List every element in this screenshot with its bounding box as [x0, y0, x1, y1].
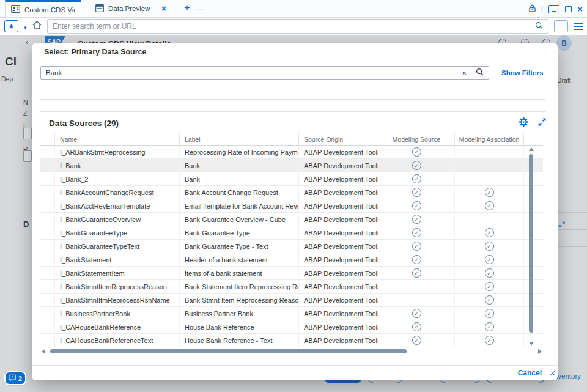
- checked-icon: ✓: [485, 322, 494, 331]
- browser-navbar: ★ ‹: [0, 18, 587, 35]
- scroll-left-arrow[interactable]: [42, 349, 45, 354]
- fullscreen-expand-icon[interactable]: [538, 117, 546, 128]
- scroll-right-arrow[interactable]: [538, 349, 542, 354]
- cell-name: I_CAHouseBankReferenceText: [55, 334, 180, 347]
- table-toolbar: Data Sources (29): [40, 115, 546, 131]
- checked-icon: ✓: [412, 147, 421, 157]
- table-row[interactable]: I_BankAccountChangeRequestBank Account C…: [40, 186, 543, 199]
- vertical-scroll-thumb[interactable]: [529, 154, 533, 333]
- cell-name: I_BankGuaranteeType: [55, 226, 180, 239]
- cell-source-origin: ABAP Development Tools: [299, 267, 378, 279]
- cell-modeling-source: ✓: [378, 334, 455, 347]
- row-selector: [40, 226, 55, 239]
- cell-modeling-source: [378, 280, 455, 293]
- cell-label: Bank Guarantee Type - Text: [180, 240, 299, 253]
- vertical-scrollbar[interactable]: [528, 146, 534, 347]
- row-selector: [40, 186, 55, 199]
- cell-modeling-association: ✓: [455, 307, 524, 320]
- cell-source-origin: ABAP Development Tools: [299, 199, 378, 212]
- window-controls: | ×: [529, 0, 583, 18]
- table-row[interactable]: I_BankAcctRevEmailTemplateEmail Template…: [40, 199, 543, 213]
- bookmark-star-button[interactable]: ★: [4, 20, 18, 32]
- checked-icon: ✓: [412, 215, 421, 224]
- settings-gear-icon[interactable]: [519, 117, 528, 129]
- cell-modeling-source: ✓: [378, 253, 455, 266]
- column-header-modeling-source[interactable]: Modeling Source: [378, 133, 455, 145]
- cell-label: Bank Stmnt Item Reprocessing Reason Na..…: [180, 294, 299, 306]
- cell-label: Reprocessing Rate of Incoming Payments: [180, 146, 299, 158]
- cell-modeling-association: ✓: [455, 226, 524, 239]
- column-header-modeling-association[interactable]: Modeling Association: [455, 133, 524, 145]
- column-header-source-origin[interactable]: Source Origin: [299, 133, 378, 145]
- new-tab-button[interactable]: +: [174, 0, 196, 17]
- search-field[interactable]: ×: [40, 66, 489, 80]
- cell-name: I_BusinessPartnerBank: [55, 307, 180, 320]
- tab-data-preview[interactable]: Data Preview ×: [90, 0, 174, 17]
- url-bar[interactable]: [47, 19, 548, 34]
- column-header-label[interactable]: Label: [180, 133, 299, 145]
- search-icon[interactable]: [476, 67, 484, 78]
- show-filters-link[interactable]: Show Filters: [501, 69, 543, 76]
- scroll-down-arrow[interactable]: [529, 342, 534, 346]
- table-row[interactable]: I_Bank_2BankABAP Development Tools✓: [40, 172, 543, 186]
- table-row[interactable]: I_BankGuaranteeTypeTextBank Guarantee Ty…: [40, 240, 543, 253]
- cell-name: I_BankGuaranteeTypeText: [55, 240, 180, 253]
- checked-icon: ✓: [412, 174, 421, 183]
- table-row[interactable]: I_CAHouseBankReferenceTextHouse Bank Ref…: [40, 334, 543, 347]
- cell-label: Bank: [180, 172, 299, 185]
- tab-custom-cds-view[interactable]: Custom CDS View Det: [5, 0, 81, 17]
- table-row[interactable]: I_BankGuaranteeTypeBank Guarantee TypeAB…: [40, 226, 543, 240]
- dialog-cancel-button[interactable]: Cancel: [518, 369, 542, 377]
- cell-source-origin: ABAP Development Tools: [299, 213, 378, 226]
- menu-icon[interactable]: [574, 23, 583, 30]
- home-icon[interactable]: [32, 21, 42, 32]
- table-row[interactable]: I_BankStmntItmReprocessRsnNameBank Stmnt…: [40, 294, 543, 307]
- search-input[interactable]: [46, 69, 452, 76]
- divider: [40, 111, 546, 112]
- split-view-icon[interactable]: [554, 20, 568, 32]
- separator: |: [541, 4, 543, 13]
- close-tab-icon[interactable]: ×: [160, 4, 168, 13]
- cell-label: Bank Account Change Request: [180, 186, 299, 199]
- table-row[interactable]: I_BankStmntItemReprocessReasonBank State…: [40, 280, 543, 294]
- cell-name: I_Bank: [55, 159, 180, 172]
- cell-label: Items of a bank statement: [180, 267, 299, 279]
- cell-label: Email Template for Bank Account Revision: [180, 199, 299, 212]
- horizontal-scrollbar[interactable]: [40, 347, 543, 355]
- table-row[interactable]: I_ARBankStmtReprocessingReprocessing Rat…: [40, 146, 543, 159]
- table-row[interactable]: I_BusinessPartnerBankBusiness Partner Ba…: [40, 307, 543, 320]
- table-row[interactable]: I_BankStatementHeader of a bank statemen…: [40, 253, 543, 267]
- checked-icon: ✓: [485, 201, 494, 210]
- cell-name: I_BankGuaranteeOverview: [55, 213, 180, 226]
- badge-count: 2: [18, 375, 22, 382]
- maximize-button[interactable]: [565, 6, 572, 12]
- search-icon[interactable]: [535, 21, 543, 32]
- horizontal-scroll-thumb[interactable]: [50, 349, 407, 353]
- clear-search-icon[interactable]: ×: [462, 69, 467, 77]
- table-row[interactable]: I_BankGuaranteeOverviewBank Guarantee Ov…: [40, 213, 543, 226]
- data-sources-table: Name Label Source Origin Modeling Source…: [40, 133, 543, 347]
- cell-modeling-association: ✓: [455, 253, 524, 266]
- scroll-up-arrow[interactable]: [529, 147, 534, 151]
- table-title: Data Sources (29): [49, 119, 119, 128]
- checked-icon: ✓: [485, 309, 494, 318]
- collaboration-badge[interactable]: 2: [4, 371, 26, 385]
- minimize-button[interactable]: [548, 5, 559, 13]
- url-input[interactable]: [53, 22, 530, 31]
- table-row[interactable]: I_BankStatementItemItems of a bank state…: [40, 267, 543, 280]
- close-window-button[interactable]: ×: [577, 4, 583, 13]
- divider: [40, 99, 546, 100]
- cell-modeling-association: ✓: [455, 199, 524, 212]
- cell-name: I_BankStatement: [55, 253, 180, 266]
- cell-label: Bank: [180, 159, 299, 172]
- more-tabs-button[interactable]: ...: [196, 0, 204, 17]
- resize-grip[interactable]: [548, 368, 555, 379]
- back-button[interactable]: ‹: [24, 21, 27, 32]
- column-header-name[interactable]: Name: [55, 133, 180, 145]
- table-row[interactable]: I_CAHouseBankReferenceHouse Bank Referen…: [40, 320, 543, 334]
- cell-label: Bank Guarantee Overview - Cube: [180, 213, 299, 226]
- cell-source-origin: ABAP Development Tools: [299, 186, 378, 199]
- cell-name: I_CAHouseBankReference: [55, 320, 180, 333]
- checked-icon: ✓: [412, 201, 421, 210]
- table-row[interactable]: I_BankBankABAP Development Tools✓: [40, 159, 543, 172]
